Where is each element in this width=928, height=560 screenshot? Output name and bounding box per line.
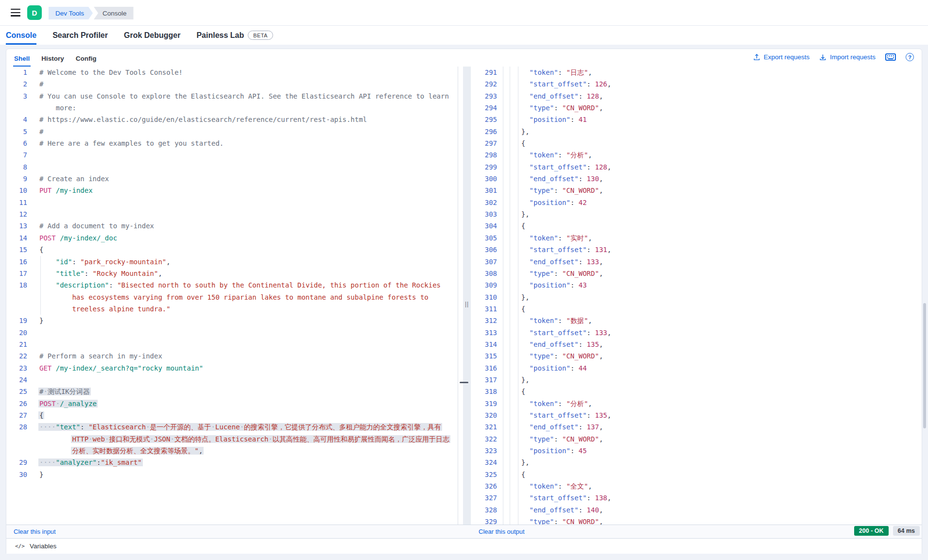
- code-line[interactable]: 21: [6, 339, 459, 350]
- code-line[interactable]: 329 "type": "CN_WORD",: [471, 516, 922, 525]
- code-line[interactable]: more:: [6, 102, 459, 114]
- code-line[interactable]: treeless alpine tundra.": [6, 303, 459, 315]
- clear-input-link[interactable]: Clear this input: [14, 528, 56, 535]
- code-line[interactable]: 303 },: [471, 208, 922, 220]
- indent-guide: [510, 516, 510, 525]
- code-line[interactable]: 317 },: [471, 374, 922, 386]
- clear-output-link[interactable]: Clear this output: [479, 528, 525, 535]
- code-line[interactable]: 315 "type": "CN_WORD",: [471, 350, 922, 362]
- code-line[interactable]: 326 "token": "全文",: [471, 480, 922, 492]
- breadcrumb-dev-tools[interactable]: Dev Tools: [49, 7, 93, 19]
- code-line[interactable]: 292 "start_offset": 126,: [471, 78, 922, 90]
- code-line[interactable]: 297 {: [471, 137, 922, 149]
- indent-guide: [510, 197, 510, 208]
- splitter-drag-handle[interactable]: [460, 382, 468, 383]
- tab-painless-lab[interactable]: Painless Lab BETA: [196, 26, 273, 45]
- code-line[interactable]: 27{: [6, 409, 459, 421]
- code-line[interactable]: 301 "type": "CN_WORD",: [471, 185, 922, 196]
- code-line[interactable]: 307 "end_offset": 133,: [471, 256, 922, 268]
- menu-hamburger-icon[interactable]: [11, 9, 20, 17]
- code-line[interactable]: 305 "token": "实时",: [471, 232, 922, 244]
- tab-search-profiler[interactable]: Search Profiler: [52, 26, 108, 45]
- code-line[interactable]: 分析、实时数据分析、全文搜索等场景。",: [6, 445, 459, 457]
- code-line[interactable]: 322 "type": "CN_WORD",: [471, 433, 922, 445]
- code-line[interactable]: 8: [6, 161, 459, 173]
- code-line[interactable]: 22# Perform a search in my-index: [6, 350, 459, 362]
- code-line[interactable]: 313 "start_offset": 133,: [471, 327, 922, 339]
- code-line[interactable]: 318 {: [471, 386, 922, 397]
- code-line[interactable]: 325 {: [471, 469, 922, 480]
- code-line[interactable]: 2#: [6, 78, 459, 90]
- code-line[interactable]: 15{: [6, 244, 459, 255]
- code-line[interactable]: 29····"analyzer":"ik_smart": [6, 457, 459, 468]
- code-line[interactable]: 26POST·/_analyze: [6, 398, 459, 409]
- tab-history[interactable]: History: [36, 53, 69, 67]
- code-line[interactable]: 23GET /my-index/_search?q="rocky mountai…: [6, 362, 459, 374]
- code-line[interactable]: 294 "type": "CN_WORD",: [471, 102, 922, 114]
- code-line[interactable]: 10PUT /my-index: [6, 185, 459, 196]
- tab-shell[interactable]: Shell: [9, 53, 34, 67]
- code-line[interactable]: 28····"text": "Elasticsearch·是一个开源的、基于·L…: [6, 421, 459, 433]
- tab-console[interactable]: Console: [6, 26, 36, 45]
- code-line[interactable]: 321 "end_offset": 137,: [471, 421, 922, 433]
- output-scrollbar-thumb[interactable]: [923, 303, 926, 428]
- code-line[interactable]: 299 "start_offset": 128,: [471, 161, 922, 173]
- code-line[interactable]: 296 },: [471, 126, 922, 137]
- code-line[interactable]: 19}: [6, 315, 459, 326]
- code-line[interactable]: 291 "token": "日志",: [471, 67, 922, 78]
- code-line[interactable]: 6# Here are a few examples to get you st…: [6, 137, 459, 149]
- code-line[interactable]: 11: [6, 197, 459, 208]
- tab-config[interactable]: Config: [71, 53, 102, 67]
- line-number: 4: [6, 114, 27, 125]
- keyboard-shortcuts-icon[interactable]: [885, 53, 896, 61]
- code-line[interactable]: 4# https://www.elastic.co/guide/en/elast…: [6, 114, 459, 125]
- request-editor[interactable]: 1# Welcome to the Dev Tools Console!2#3#…: [6, 67, 459, 525]
- code-line[interactable]: 319 "token": "分析",: [471, 398, 922, 409]
- code-line[interactable]: 324 },: [471, 457, 922, 468]
- code-line[interactable]: 24: [6, 374, 459, 386]
- tab-grok-debugger[interactable]: Grok Debugger: [124, 26, 180, 45]
- code-line[interactable]: 310 },: [471, 291, 922, 303]
- code-line[interactable]: 328 "end_offset": 140,: [471, 504, 922, 516]
- code-line[interactable]: 30}: [6, 469, 459, 480]
- code-line[interactable]: 295 "position": 41: [471, 114, 922, 125]
- code-line[interactable]: HTTP·web·接口和无模式·JSON·文档的特点。Elasticsearch…: [6, 433, 459, 445]
- code-line[interactable]: 18 "description": "Bisected north to sou…: [6, 279, 459, 291]
- code-line[interactable]: 309 "position": 43: [471, 279, 922, 291]
- code-line[interactable]: 311 {: [471, 303, 922, 315]
- code-line[interactable]: 306 "start_offset": 131,: [471, 244, 922, 255]
- code-line[interactable]: 1# Welcome to the Dev Tools Console!: [6, 67, 459, 78]
- code-line[interactable]: 25#·测试IK分词器: [6, 386, 459, 397]
- code-line[interactable]: 17 "title": "Rocky Mountain",: [6, 268, 459, 279]
- variables-bar[interactable]: </> Variables: [6, 538, 922, 554]
- code-line[interactable]: 293 "end_offset": 128,: [471, 90, 922, 102]
- code-line[interactable]: 5#: [6, 126, 459, 137]
- code-line[interactable]: 323 "position": 45: [471, 445, 922, 457]
- code-line[interactable]: 14POST /my-index/_doc: [6, 232, 459, 244]
- code-line[interactable]: 9# Create an index: [6, 173, 459, 185]
- code-line[interactable]: 312 "token": "数据",: [471, 315, 922, 326]
- indent-guide: [510, 327, 510, 339]
- code-line[interactable]: 300 "end_offset": 130,: [471, 173, 922, 185]
- code-line[interactable]: has ecosystems varying from over 150 rip…: [6, 291, 459, 303]
- code-line[interactable]: 20: [6, 327, 459, 339]
- import-requests-button[interactable]: Import requests: [819, 53, 876, 61]
- code-line[interactable]: 304 {: [471, 220, 922, 232]
- code-line[interactable]: 302 "position": 42: [471, 197, 922, 208]
- help-icon[interactable]: ?: [906, 53, 914, 61]
- code-line[interactable]: 314 "end_offset": 135,: [471, 339, 922, 350]
- code-line[interactable]: 13# Add a document to my-index: [6, 220, 459, 232]
- code-line[interactable]: 298 "token": "分析",: [471, 149, 922, 161]
- code-line[interactable]: 3# You can use Console to explore the El…: [6, 90, 459, 102]
- export-requests-button[interactable]: Export requests: [753, 53, 810, 61]
- code-line[interactable]: 16 "id": "park_rocky-mountain",: [6, 256, 459, 268]
- deployment-logo[interactable]: D: [27, 5, 42, 20]
- code-line[interactable]: 316 "position": 44: [471, 362, 922, 374]
- code-line[interactable]: 12: [6, 208, 459, 220]
- code-line[interactable]: 7: [6, 149, 459, 161]
- code-line[interactable]: 308 "type": "CN_WORD",: [471, 268, 922, 279]
- code-line[interactable]: 320 "start_offset": 135,: [471, 409, 922, 421]
- response-output[interactable]: 291 "token": "日志",292 "start_offset": 12…: [471, 67, 922, 525]
- pane-splitter[interactable]: ||: [463, 67, 471, 525]
- code-line[interactable]: 327 "start_offset": 138,: [471, 492, 922, 504]
